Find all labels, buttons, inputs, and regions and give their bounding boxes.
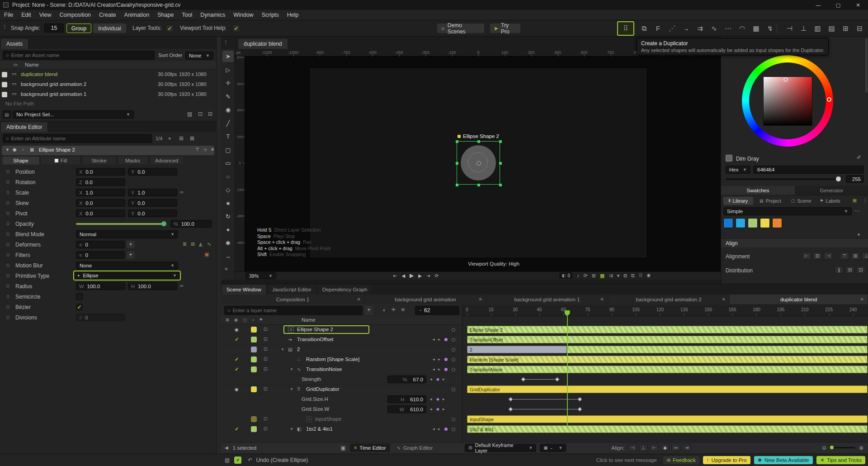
- swatch-grid-icon[interactable]: ⊞: [853, 198, 857, 204]
- menu-animation[interactable]: Animation: [120, 12, 154, 18]
- expand-arrow-icon[interactable]: ▼: [281, 347, 284, 352]
- new-beta-button[interactable]: ❖ New Beta Available: [754, 456, 813, 464]
- jump-start-icon[interactable]: ⇤: [393, 273, 397, 278]
- color-mode-dropdown[interactable]: Hex▼: [726, 166, 750, 174]
- enabled-checkbox[interactable]: ✓: [235, 426, 239, 432]
- keyframe-icon[interactable]: [508, 397, 513, 402]
- menu-scripts[interactable]: Scripts: [258, 12, 283, 18]
- comp-tab-duplicator-blend[interactable]: duplicator blend✕: [730, 295, 868, 304]
- layer-row-strength[interactable]: Strength%67.0◂◆▸: [221, 375, 462, 385]
- keyframe-span[interactable]: [511, 399, 580, 399]
- next-key-icon[interactable]: ▸: [443, 397, 445, 401]
- menu-dynamics[interactable]: Dynamics: [196, 12, 229, 18]
- layer-row-gridduplicator[interactable]: ◉⊡▼⠿GridDuplicator: [221, 385, 462, 395]
- align-center-h-icon[interactable]: ⊟: [813, 252, 822, 260]
- add-layer-button[interactable]: +: [365, 306, 373, 315]
- layer-color-chip[interactable]: [251, 386, 257, 392]
- value-field[interactable]: Z0.0: [76, 178, 125, 186]
- prev-key-icon[interactable]: ◂: [430, 377, 432, 381]
- zoom-out-icon[interactable]: ⊖: [822, 445, 826, 451]
- scrollbar[interactable]: [865, 38, 868, 93]
- kf-key-icon[interactable]: ◆: [660, 444, 670, 452]
- panel-options-icon[interactable]: ▣: [340, 445, 345, 451]
- sort-order-dropdown[interactable]: None▼: [185, 52, 213, 60]
- columns-icon[interactable]: ▥: [811, 22, 824, 34]
- timeline-bar[interactable]: GridDuplicator: [467, 385, 868, 393]
- project-set-dropdown[interactable]: No Project Set...▼: [13, 110, 134, 119]
- kf-align-start-icon[interactable]: ⊣: [628, 444, 637, 452]
- audio-icon[interactable]: ♪: [252, 317, 254, 322]
- opacity-slider-handle[interactable]: [161, 221, 166, 226]
- connect-icon[interactable]: ∿: [708, 22, 720, 34]
- group-toggle[interactable]: Group: [66, 24, 91, 33]
- demo-scenes-button[interactable]: ⠶ Demo Scenes: [437, 24, 484, 33]
- keyframe-icon[interactable]: [578, 397, 582, 402]
- layer-row-grid-size-h[interactable]: Grid.Size.HH610.0◂◆▸: [221, 395, 462, 404]
- layer-row-transitionnoise[interactable]: ✓⊡▼∿TransitionNoise◂▸: [221, 365, 462, 375]
- timeline-bar[interactable]: Random [Shape Scale]: [467, 356, 868, 363]
- comp-tab-composition-1[interactable]: Composition 1✕: [221, 295, 365, 304]
- asset-row[interactable]: ▭background grid animation 130.00fps1920…: [0, 90, 216, 100]
- timeline-bar[interactable]: inputShape: [467, 415, 868, 423]
- selection-handle[interactable]: [499, 162, 502, 165]
- maximize-icon[interactable]: ▢: [828, 0, 848, 10]
- version-badge-icon[interactable]: ✓: [234, 456, 241, 464]
- keyframe-icon[interactable]: [508, 407, 513, 412]
- pop-out-icon[interactable]: ⊹: [203, 147, 207, 152]
- value-field[interactable]: %100.0: [170, 220, 212, 228]
- assets-panel-tab[interactable]: Assets: [1, 39, 28, 49]
- loop-icon[interactable]: ⟳: [434, 273, 438, 278]
- eye-icon[interactable]: ◉: [235, 387, 239, 392]
- keyframe-dot-icon[interactable]: [6, 170, 9, 173]
- grid-view-icon[interactable]: ⊟: [208, 111, 212, 117]
- selection-handle[interactable]: [456, 162, 458, 165]
- motion-blur-dropdown[interactable]: None▼: [76, 262, 178, 270]
- comp-tab-background-grid-animation-2[interactable]: background grid animation 2✕: [608, 295, 730, 304]
- star-tool-icon[interactable]: ★: [222, 198, 234, 209]
- keyframe-icon[interactable]: ◆: [436, 407, 439, 411]
- eye-icon[interactable]: ◉: [235, 327, 239, 332]
- attribute-value-field[interactable]: H610.0: [387, 395, 426, 403]
- playhead-line[interactable]: [567, 316, 568, 428]
- close-icon[interactable]: ✕: [848, 0, 868, 10]
- pen-tool-icon[interactable]: ✎: [222, 91, 234, 102]
- behavior-dot-icon[interactable]: [444, 338, 448, 341]
- next-key-icon[interactable]: ▸: [438, 367, 440, 371]
- swatch-category-dropdown[interactable]: Simple▼: [723, 207, 852, 215]
- swatch[interactable]: [723, 218, 733, 228]
- enabled-checkbox[interactable]: ✓: [235, 337, 239, 342]
- selected-layer-header[interactable]: ▼ ◉ ○ ▦ Ellipse Shape 2 ⊤ ⊹ ✕: [2, 146, 214, 155]
- expand-arrow-icon[interactable]: ▼: [290, 367, 293, 371]
- solo-dot-icon[interactable]: [452, 388, 455, 391]
- link-icon[interactable]: ∞: [180, 283, 184, 288]
- swatch[interactable]: [748, 218, 758, 228]
- kf-shift-icon[interactable]: ↦: [671, 444, 680, 452]
- sparkle-tool-icon[interactable]: ✦: [222, 224, 234, 236]
- panel-splitter[interactable]: [216, 37, 221, 454]
- undo-icon[interactable]: ↶: [248, 457, 252, 463]
- behavior-dot-icon[interactable]: [444, 358, 448, 361]
- solo-dot-icon[interactable]: [452, 358, 455, 361]
- frame-grid-icon[interactable]: ▦: [750, 22, 762, 34]
- viewport-canvas[interactable]: Ellipse Shape 2 Hold SDirect Layer Selec…: [245, 57, 721, 271]
- resize-tool-icon[interactable]: ⇔: [222, 251, 234, 262]
- keyframe-mode-dropdown[interactable]: ▣ - ▼: [540, 444, 566, 452]
- keyframe-layer-dropdown[interactable]: ⊞ Default Keyframe Layer ▼: [465, 444, 536, 452]
- selection-handle[interactable]: [477, 140, 480, 143]
- align-bottom-icon[interactable]: ⊥: [862, 252, 868, 260]
- isolate-icon[interactable]: ✛: [392, 307, 396, 313]
- semicircle-checkbox[interactable]: [76, 293, 83, 300]
- behavior-dot-icon[interactable]: [444, 428, 448, 431]
- deformer-grid-icon[interactable]: ⊞: [191, 241, 195, 247]
- render-view-icon[interactable]: ▦: [600, 273, 604, 279]
- kf-align-end-icon[interactable]: ⊢: [650, 444, 659, 452]
- close-tab-icon[interactable]: ✕: [479, 297, 482, 302]
- align-left-icon[interactable]: ⊣: [783, 22, 796, 34]
- keyframe-dot-icon[interactable]: [6, 222, 9, 225]
- deformer-wave-icon[interactable]: ∿: [207, 241, 211, 247]
- duplicate-shapes-icon[interactable]: ⧉: [638, 22, 650, 34]
- selection-handle[interactable]: [477, 184, 480, 186]
- enabled-checkbox[interactable]: ✓: [235, 366, 239, 372]
- value-field[interactable]: Y0.0: [128, 199, 177, 207]
- close-tab-icon[interactable]: ✕: [600, 297, 604, 302]
